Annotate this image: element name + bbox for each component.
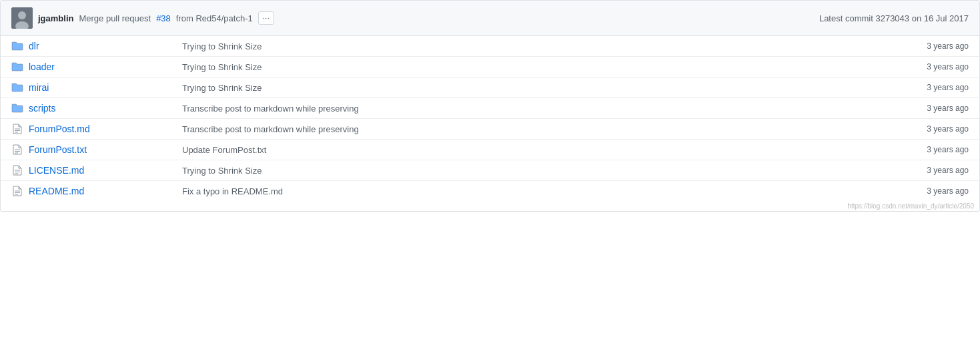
watermark-row: https://blog.csdn.net/maxin_dy/article/2… (1, 201, 979, 211)
file-time: 3 years ago (927, 166, 969, 175)
avatar-image (11, 7, 33, 29)
file-time: 3 years ago (927, 41, 969, 51)
file-icon (11, 124, 23, 134)
file-name-link[interactable]: LICENSE.md (29, 165, 84, 176)
commit-ellipsis-button[interactable]: ··· (258, 11, 274, 25)
commit-hash-text: 3273043 (875, 13, 909, 23)
commit-pr-from: from Red54/patch-1 (176, 13, 253, 23)
avatar[interactable] (11, 7, 33, 29)
table-row: miraiTrying to Shrink Size3 years ago (1, 77, 979, 98)
file-time: 3 years ago (927, 124, 969, 134)
folder-icon (11, 61, 23, 72)
file-name-link[interactable]: mirai (29, 82, 49, 93)
commit-pr-link[interactable]: #38 (156, 13, 171, 23)
repo-file-table: jgamblin Merge pull request #38 from Red… (0, 0, 980, 212)
file-rows-container: dlrTrying to Shrink Size3 years ago load… (1, 36, 979, 201)
file-time: 3 years ago (927, 145, 969, 154)
file-name-link[interactable]: loader (29, 61, 55, 72)
file-icon (11, 165, 23, 176)
file-commit-message: Fix a typo in README.md (182, 186, 927, 196)
file-commit-message: Trying to Shrink Size (182, 83, 927, 93)
file-commit-message: Transcribe post to markdown while preser… (182, 124, 927, 134)
table-row: scriptsTranscribe post to markdown while… (1, 98, 979, 119)
file-time: 3 years ago (927, 104, 969, 113)
file-commit-message: Trying to Shrink Size (182, 62, 927, 72)
file-commit-message: Transcribe post to markdown while preser… (182, 104, 927, 114)
commit-header-right: Latest commit 3273043 on 16 Jul 2017 (819, 13, 969, 23)
latest-commit-label: Latest commit (819, 13, 873, 23)
table-row: README.mdFix a typo in README.md3 years … (1, 181, 979, 201)
folder-icon (11, 103, 23, 114)
file-time: 3 years ago (927, 186, 969, 196)
file-name-link[interactable]: scripts (29, 103, 55, 114)
table-row: loaderTrying to Shrink Size3 years ago (1, 57, 979, 77)
file-name-link[interactable]: dlr (29, 41, 39, 51)
svg-point-1 (18, 11, 26, 19)
table-row: ForumPost.txtUpdate ForumPost.txt3 years… (1, 140, 979, 160)
file-time: 3 years ago (927, 83, 969, 92)
table-row: ForumPost.mdTranscribe post to markdown … (1, 119, 979, 140)
table-row: LICENSE.mdTrying to Shrink Size3 years a… (1, 160, 979, 181)
commit-date-text: on 16 Jul 2017 (912, 13, 969, 23)
file-name-link[interactable]: ForumPost.txt (29, 144, 87, 155)
file-name-link[interactable]: README.md (29, 186, 84, 196)
file-time: 3 years ago (927, 62, 969, 71)
file-commit-message: Update ForumPost.txt (182, 145, 927, 155)
watermark-text: https://blog.csdn.net/maxin_dy/article/2… (847, 202, 974, 210)
commit-message-text: Merge pull request (79, 13, 151, 23)
commit-username[interactable]: jgamblin (38, 13, 73, 23)
file-commit-message: Trying to Shrink Size (182, 41, 927, 51)
commit-header: jgamblin Merge pull request #38 from Red… (1, 1, 979, 36)
table-row: dlrTrying to Shrink Size3 years ago (1, 36, 979, 57)
file-commit-message: Trying to Shrink Size (182, 166, 927, 176)
commit-header-left: jgamblin Merge pull request #38 from Red… (11, 7, 814, 29)
folder-icon (11, 82, 23, 93)
file-icon (11, 144, 23, 155)
file-name-link[interactable]: ForumPost.md (29, 124, 90, 134)
folder-icon (11, 41, 23, 51)
file-icon (11, 186, 23, 196)
